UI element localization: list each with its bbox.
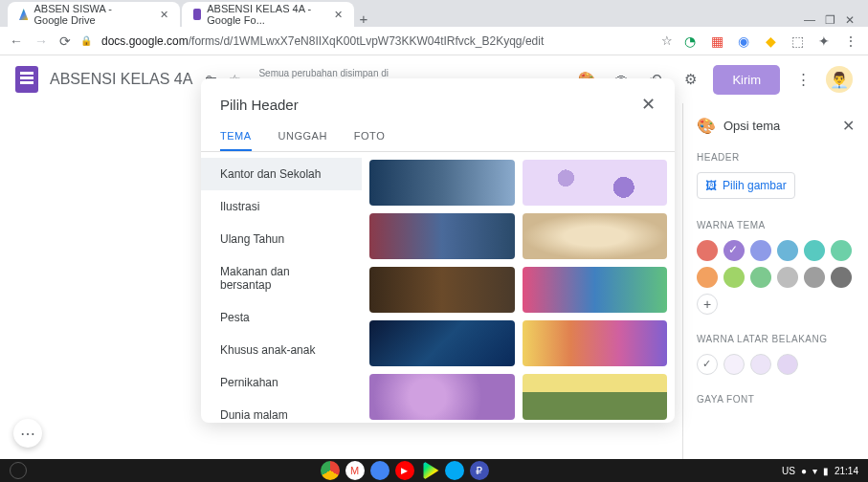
theme-color-swatch[interactable] [804, 267, 825, 288]
theme-color-swatch[interactable] [777, 240, 798, 261]
panel-title: Opsi tema [723, 119, 835, 133]
play-store-icon[interactable] [420, 461, 439, 480]
account-avatar[interactable]: 👨‍💼 [826, 66, 853, 93]
theme-grid [362, 152, 675, 423]
theme-color-swatch[interactable] [697, 240, 718, 261]
close-icon[interactable]: ✕ [641, 94, 656, 115]
menu-dots-icon[interactable]: ⋮ [843, 33, 858, 49]
category-ilustrasi[interactable]: Ilustrasi [201, 190, 362, 223]
lock-icon[interactable]: 🔒 [80, 35, 92, 46]
theme-color-swatch[interactable] [777, 267, 798, 288]
ext-icon-2[interactable]: ▦ [709, 33, 724, 49]
forms-logo-icon[interactable] [15, 66, 38, 93]
theme-color-swatch[interactable] [831, 240, 852, 261]
tab-title: ABSEN SISWA - Google Drive [33, 3, 146, 26]
category-kantor[interactable]: Kantor dan Sekolah [201, 158, 362, 190]
tab-tema[interactable]: TEMA [220, 122, 252, 151]
forms-favicon [193, 9, 201, 20]
settings-gear-icon[interactable]: ⚙ [679, 68, 701, 91]
ext-icon-3[interactable]: ◉ [736, 33, 751, 49]
drive-favicon [19, 9, 28, 20]
browser-tab-2[interactable]: ABSENSI KELAS 4A - Google Fo... ✕ [182, 2, 354, 27]
category-pesta[interactable]: Pesta [201, 301, 362, 334]
theme-thumb[interactable] [369, 160, 515, 206]
add-color-button[interactable]: + [697, 294, 718, 315]
category-makanan[interactable]: Makanan dan bersantap [201, 255, 362, 301]
header-section-title: HEADER [697, 152, 855, 163]
youtube-icon[interactable]: ▶ [395, 461, 414, 480]
category-pernikahan[interactable]: Pernikahan [201, 366, 362, 399]
bg-color-swatch[interactable] [723, 354, 745, 375]
category-khusus-anak[interactable]: Khusus anak-anak [201, 334, 362, 366]
theme-thumb[interactable] [523, 320, 668, 366]
theme-thumb[interactable] [523, 213, 668, 259]
wifi-icon[interactable]: ▾ [812, 466, 817, 476]
back-button[interactable]: ← [10, 33, 23, 49]
close-window-icon[interactable]: ✕ [845, 13, 855, 27]
ext-icon-1[interactable]: ◔ [682, 33, 698, 49]
more-icon[interactable]: ⋮ [791, 68, 814, 91]
bg-color-swatch[interactable] [697, 354, 718, 375]
theme-thumb[interactable] [369, 267, 515, 313]
gmail-icon[interactable]: M [345, 461, 365, 480]
battery-icon[interactable]: ▮ [823, 466, 829, 476]
chrome-icon[interactable] [321, 461, 340, 480]
bookmark-star-icon[interactable]: ☆ [661, 33, 673, 48]
app-icon[interactable] [445, 461, 464, 480]
bg-color-swatch[interactable] [750, 354, 771, 375]
pilih-header-dialog: Pilih Header ✕ TEMA UNGGAH FOTO Kantor d… [201, 78, 675, 423]
theme-thumb[interactable] [369, 320, 515, 366]
launcher-icon[interactable] [10, 462, 27, 479]
reload-button[interactable]: ⟳ [59, 33, 71, 49]
app-icon-2[interactable]: ₽ [470, 461, 489, 480]
theme-color-swatch[interactable] [750, 267, 771, 288]
tab-unggah[interactable]: UNGGAH [278, 122, 327, 151]
browser-tab-1[interactable]: ABSEN SISWA - Google Drive ✕ [8, 2, 180, 27]
bg-color-title: WARNA LATAR BELAKANG [697, 334, 855, 344]
theme-thumb[interactable] [523, 267, 668, 313]
new-tab-button[interactable]: + [354, 11, 373, 27]
address-bar[interactable]: docs.google.com/forms/d/1WMLwxX7eN8IIXqK… [101, 34, 652, 48]
send-button[interactable]: Kirim [713, 65, 780, 95]
taskbar: M ▶ ₽ US ● ▾ ▮ 21:14 [0, 459, 868, 482]
close-icon[interactable]: ✕ [160, 9, 168, 21]
dialog-title: Pilih Header [220, 97, 299, 113]
minimize-icon[interactable]: — [804, 13, 815, 27]
tab-title: ABSENSI KELAS 4A - Google Fo... [207, 3, 321, 26]
category-ulang-tahun[interactable]: Ulang Tahun [201, 223, 362, 255]
theme-color-swatch[interactable] [750, 240, 771, 261]
bg-color-swatch[interactable] [777, 354, 798, 375]
document-title[interactable]: ABSENSI KELAS 4A [50, 71, 192, 88]
theme-thumb[interactable] [369, 213, 515, 259]
status-icon[interactable]: ● [801, 466, 807, 476]
theme-color-title: WARNA TEMA [697, 220, 855, 230]
font-style-title: GAYA FONT [697, 394, 855, 405]
theme-color-swatch[interactable] [723, 240, 745, 261]
ext-puzzle-icon[interactable]: ✦ [816, 33, 832, 49]
forward-button[interactable]: → [34, 33, 48, 49]
close-icon[interactable]: ✕ [334, 9, 343, 21]
help-fab[interactable]: ⋯ [13, 419, 42, 448]
theme-color-swatch[interactable] [831, 267, 852, 288]
theme-color-swatch[interactable] [697, 267, 718, 288]
ext-icon-5[interactable]: ⬚ [790, 33, 805, 49]
category-dunia-malam[interactable]: Dunia malam [201, 399, 362, 423]
theme-thumb[interactable] [523, 160, 668, 206]
docs-icon[interactable] [370, 461, 389, 480]
theme-color-swatch[interactable] [723, 267, 745, 288]
theme-color-swatch[interactable] [804, 240, 825, 261]
theme-thumb[interactable] [523, 374, 668, 420]
restore-icon[interactable]: ❐ [825, 13, 835, 27]
theme-options-panel: 🎨 Opsi tema ✕ HEADER 🖼 Pilih gambar WARN… [682, 103, 868, 459]
close-icon[interactable]: ✕ [842, 117, 855, 135]
language-indicator[interactable]: US [782, 466, 795, 476]
choose-image-button[interactable]: 🖼 Pilih gambar [697, 172, 795, 199]
palette-icon: 🎨 [697, 117, 716, 135]
theme-thumb[interactable] [369, 374, 515, 420]
image-icon: 🖼 [705, 179, 717, 192]
clock[interactable]: 21:14 [835, 466, 858, 476]
category-list: Kantor dan Sekolah Ilustrasi Ulang Tahun… [201, 152, 362, 423]
ext-icon-4[interactable]: ◆ [763, 33, 778, 49]
tab-foto[interactable]: FOTO [354, 122, 385, 151]
